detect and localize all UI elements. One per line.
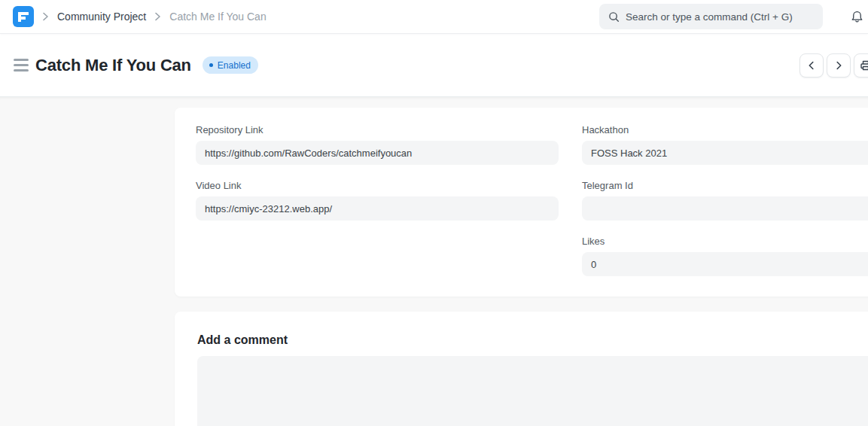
printer-icon	[860, 59, 868, 72]
notifications-button[interactable]	[848, 8, 866, 26]
previous-record-button[interactable]	[799, 53, 824, 78]
print-button[interactable]	[854, 53, 868, 78]
status-badge-label: Enabled	[218, 60, 251, 71]
app-logo-icon[interactable]	[13, 6, 34, 27]
status-dot-icon	[209, 63, 213, 67]
menu-icon[interactable]	[14, 56, 29, 74]
repository-link-label: Repository Link	[196, 124, 559, 135]
page-header: Catch Me If You Can Enabled	[0, 34, 868, 96]
page-title: Catch Me If You Can	[35, 56, 191, 75]
field-telegram-id: Telegram Id	[582, 180, 868, 221]
search-input[interactable]	[626, 11, 814, 23]
bell-icon	[850, 9, 864, 24]
repository-link-input[interactable]	[196, 141, 559, 165]
next-record-button[interactable]	[827, 53, 851, 78]
search-icon	[608, 11, 620, 23]
field-hackathon: Hackathon	[582, 124, 868, 165]
global-search[interactable]	[599, 4, 823, 29]
form-column-left: Repository Link Video Link	[196, 124, 559, 276]
likes-label: Likes	[582, 236, 868, 247]
likes-input[interactable]	[582, 252, 868, 276]
field-video-link: Video Link	[196, 180, 559, 221]
video-link-input[interactable]	[196, 196, 559, 221]
main-content: Repository Link Video Link Hackathon Tel…	[0, 96, 868, 426]
breadcrumb: Community Project Catch Me If You Can	[13, 6, 266, 27]
chevron-left-icon	[806, 60, 817, 71]
telegram-id-label: Telegram Id	[582, 180, 868, 191]
chevron-right-icon	[833, 60, 844, 71]
add-comment-heading: Add a comment	[197, 333, 868, 347]
breadcrumb-item-current: Catch Me If You Can	[169, 11, 266, 23]
hackathon-label: Hackathon	[582, 124, 868, 135]
record-nav-actions	[799, 53, 868, 78]
field-likes: Likes	[582, 236, 868, 276]
navbar: Community Project Catch Me If You Can	[0, 0, 868, 34]
form-column-right: Hackathon Telegram Id Likes	[582, 124, 868, 276]
details-card: Repository Link Video Link Hackathon Tel…	[175, 108, 868, 297]
field-repository-link: Repository Link	[196, 124, 559, 165]
video-link-label: Video Link	[196, 180, 559, 191]
navbar-actions	[599, 4, 866, 29]
app-window: Community Project Catch Me If You Can Ca…	[0, 0, 868, 426]
chevron-right-icon	[154, 11, 161, 22]
comments-card: Add a comment	[175, 312, 868, 426]
chevron-right-icon	[42, 11, 49, 22]
breadcrumb-item-community-project[interactable]: Community Project	[57, 11, 146, 23]
status-badge: Enabled	[203, 56, 258, 74]
comment-input[interactable]	[197, 356, 868, 426]
hackathon-input[interactable]	[582, 141, 868, 165]
telegram-id-input[interactable]	[582, 196, 868, 221]
